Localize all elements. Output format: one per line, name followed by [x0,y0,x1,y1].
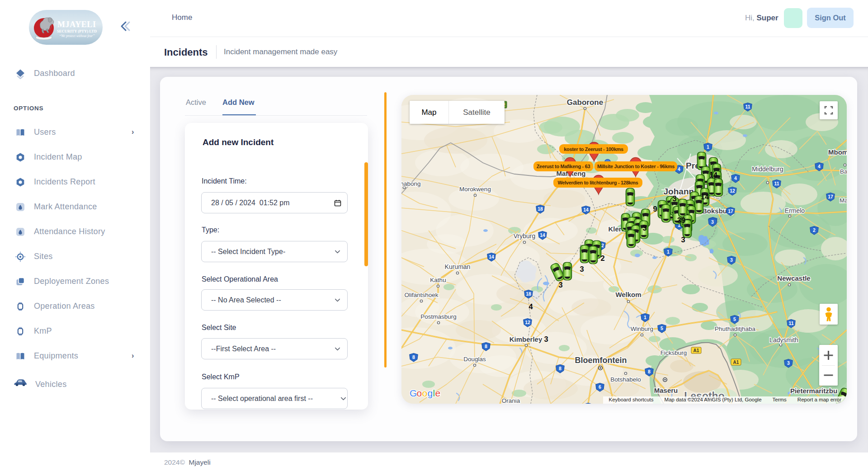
svg-text:Olifantshoek: Olifantshoek [404,292,438,298]
svg-text:4: 4 [818,164,821,169]
svg-text:1: 1 [667,249,670,254]
svg-text:5: 5 [733,316,736,322]
svg-text:koster to Zeerust - 100kms: koster to Zeerust - 100kms [564,146,623,152]
svg-text:g: g [428,388,433,398]
svg-text:Phuthaditjhaba: Phuthaditjhaba [715,325,756,332]
svg-text:A1: A1 [693,348,699,353]
svg-text:12: 12 [730,188,735,193]
svg-text:SECURITY (PTY) LTD: SECURITY (PTY) LTD [57,29,97,33]
svg-text:3: 3 [787,360,790,366]
svg-text:3: 3 [580,265,584,273]
svg-text:Orania: Orania [502,397,520,404]
svg-text:18: 18 [526,291,531,297]
svg-text:Zeerust to Mafikeng - 63: Zeerust to Mafikeng - 63 [537,164,590,169]
svg-text:“We protect without fear”: “We protect without fear” [59,34,94,38]
svg-text:17: 17 [728,208,733,214]
svg-text:14: 14 [583,207,589,212]
svg-text:l: l [433,388,435,398]
svg-text:Ficksburg: Ficksburg [660,349,687,356]
svg-text:14: 14 [540,232,545,238]
svg-text:e: e [435,388,441,398]
svg-text:4: 4 [734,175,737,181]
svg-text:Kathu: Kathu [430,277,446,283]
svg-text:Douglas: Douglas [463,356,486,363]
svg-text:4: 4 [528,302,533,311]
svg-text:18: 18 [538,206,543,212]
svg-text:4: 4 [678,166,680,172]
svg-text:Kuruman: Kuruman [445,263,471,270]
svg-text:6: 6 [599,384,601,390]
svg-text:Barberton: Barberton [840,168,847,175]
svg-text:Welverdien to litchtenburg - 1: Welverdien to litchtenburg - 128kms [557,180,638,185]
svg-text:3: 3 [642,224,646,232]
svg-text:3: 3 [558,281,562,289]
svg-text:8: 8 [648,369,651,374]
svg-text:Kimberley: Kimberley [509,335,542,343]
svg-text:3: 3 [681,236,685,244]
svg-text:14: 14 [489,254,494,259]
svg-text:Morokweng: Morokweng [459,186,491,193]
svg-text:A1: A1 [733,360,739,365]
svg-text:17: 17 [828,194,833,199]
svg-text:8: 8 [412,354,415,360]
svg-text:Vryburg: Vryburg [514,232,536,240]
svg-text:Botshabelo: Botshabelo [610,376,641,383]
svg-text:11: 11 [788,320,793,326]
svg-text:1: 1 [644,315,646,320]
svg-text:39: 39 [677,216,685,224]
svg-text:Mbombela: Mbombela [828,148,847,156]
svg-text:3: 3 [544,335,548,343]
svg-text:Ladysmith: Ladysmith [769,336,798,344]
svg-text:Mashishing: Mashishing [840,197,847,204]
svg-text:o: o [422,388,428,398]
svg-text:Pietermaritzbu: Pietermaritzbu [790,387,837,395]
svg-text:Newcastle: Newcastle [777,274,810,282]
svg-text:2: 2 [600,254,604,262]
svg-text:11: 11 [774,181,779,186]
svg-text:3: 3 [730,257,733,263]
svg-text:14: 14 [709,171,718,179]
svg-text:Middelburg: Middelburg [752,165,783,173]
svg-text:Tshabong: Tshabong [401,180,421,187]
svg-text:Postmasburg: Postmasburg [420,313,457,320]
svg-text:2: 2 [813,227,816,233]
svg-text:5: 5 [660,325,663,331]
svg-text:Millsite Junction to Koster -: Millsite Junction to Koster - 96kms [597,164,675,169]
svg-text:14: 14 [701,193,709,201]
svg-text:3: 3 [672,194,676,203]
svg-text:Maseru: Maseru [654,386,678,394]
svg-text:o: o [417,388,422,398]
svg-text:MJAYELI: MJAYELI [57,20,96,29]
svg-text:8: 8 [559,366,561,371]
svg-text:8: 8 [485,344,487,349]
svg-text:G: G [410,388,417,398]
svg-text:12: 12 [525,320,530,325]
svg-text:3: 3 [711,219,714,225]
svg-text:11: 11 [745,104,750,109]
svg-text:Gaborone: Gaborone [567,98,603,107]
svg-text:Welkom: Welkom [615,291,641,298]
svg-text:Bloemfontein: Bloemfontein [575,356,627,365]
svg-text:1: 1 [707,144,709,150]
svg-text:Ermelo: Ermelo [785,207,805,214]
svg-text:Winburg: Winburg [631,325,653,332]
svg-text:9: 9 [653,205,657,213]
